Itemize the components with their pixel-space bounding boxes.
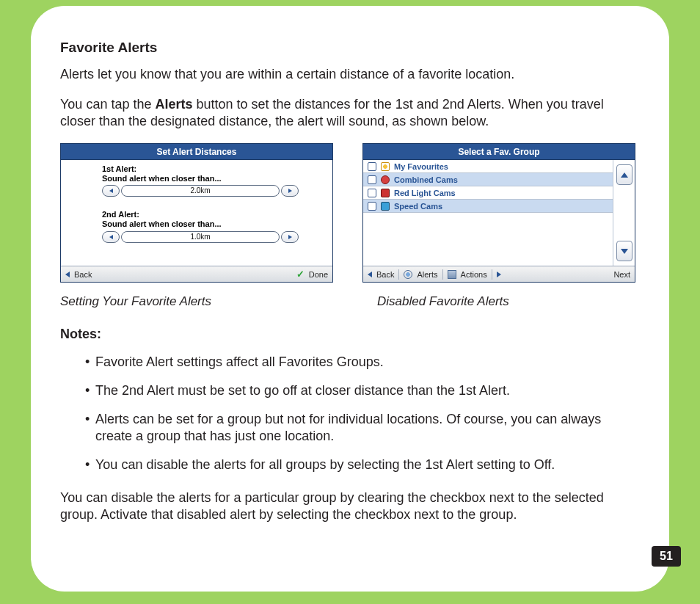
back-arrow-icon xyxy=(65,272,70,277)
arrow-right-icon xyxy=(288,189,292,193)
checkbox[interactable] xyxy=(368,189,376,197)
note-item: • Favorite Alert settings affect all Fav… xyxy=(85,354,640,371)
para2-bold: Alerts xyxy=(155,97,192,112)
device-frame: Select a Fav. Group My Favourites xyxy=(362,143,635,283)
star-icon xyxy=(381,162,390,171)
first-alert-label: 1st Alert: Sound alert when closer than.… xyxy=(102,164,299,183)
decrease-button[interactable] xyxy=(102,231,120,243)
window-body: My Favourites Combined Cams Red Light Ca xyxy=(363,160,635,266)
checkbox[interactable] xyxy=(368,202,376,211)
note-text: You can disable the alerts for all group… xyxy=(95,456,640,473)
section-title: Favorite Alerts xyxy=(60,40,640,56)
captions-row: Setting Your Favorite Alerts Disabled Fa… xyxy=(60,287,640,309)
body-wrap: My Favourites Combined Cams Red Light Ca xyxy=(363,160,635,266)
second-alert-section: 2nd Alert: Sound alert when closer than.… xyxy=(61,205,332,242)
note-text: Alerts can be set for a group but not fo… xyxy=(95,411,640,445)
note-item: • Alerts can be set for a group but not … xyxy=(85,411,640,445)
scroll-down-button[interactable] xyxy=(616,241,632,261)
checkmark-icon: ✓ xyxy=(296,269,305,280)
note-item: • You can disable the alerts for all gro… xyxy=(85,456,640,473)
paragraph-2: You can tap the Alerts button to set the… xyxy=(60,96,640,130)
device-frame: Set Alert Distances 1st Alert: Sound ale… xyxy=(60,143,333,283)
screenshot-set-alert-distances: Set Alert Distances 1st Alert: Sound ale… xyxy=(60,143,333,283)
increase-button[interactable] xyxy=(281,185,299,197)
checkbox[interactable] xyxy=(368,162,376,171)
back-button[interactable]: Back xyxy=(74,270,92,279)
caption-right: Disabled Favorite Alerts xyxy=(362,294,635,309)
item-label: Combined Cams xyxy=(394,175,458,184)
clapper-icon xyxy=(448,270,456,279)
next-arrow-icon xyxy=(497,272,501,277)
back-button[interactable]: Back xyxy=(376,270,394,279)
alert1-line2: Sound alert when closer than... xyxy=(102,174,222,183)
screenshot-select-fav-group: Select a Fav. Group My Favourites xyxy=(362,143,635,283)
note-text: Favorite Alert settings affect all Favor… xyxy=(95,354,640,371)
list-item[interactable]: Combined Cams xyxy=(363,173,613,186)
window-footer: Back Alerts Actions Next xyxy=(363,266,635,282)
decrease-button[interactable] xyxy=(102,185,120,197)
item-label: My Favourites xyxy=(394,162,448,171)
notes-heading: Notes: xyxy=(60,327,640,342)
second-alert-value[interactable]: 1.0km xyxy=(121,231,280,243)
alert2-line2: Sound alert when closer than... xyxy=(102,219,222,228)
next-button[interactable]: Next xyxy=(613,270,630,279)
second-alert-label: 2nd Alert: Sound alert when closer than.… xyxy=(102,210,299,228)
first-alert-value[interactable]: 2.0km xyxy=(121,185,280,197)
closing-paragraph: You can disable the alerts for a particu… xyxy=(60,490,640,523)
checkbox[interactable] xyxy=(368,175,376,184)
separator xyxy=(398,269,399,280)
item-label: Red Light Cams xyxy=(394,189,456,197)
window-titlebar: Set Alert Distances xyxy=(61,144,332,160)
arrow-left-icon xyxy=(109,189,113,193)
note-item: • The 2nd Alert must be set to go off at… xyxy=(85,382,640,399)
back-arrow-icon xyxy=(368,272,372,277)
favorites-list: My Favourites Combined Cams Red Light Ca xyxy=(363,160,613,266)
page-number: 51 xyxy=(652,546,681,567)
list-item[interactable]: Red Light Cams xyxy=(363,186,613,200)
window-body: 1st Alert: Sound alert when closer than.… xyxy=(61,160,332,266)
item-label: Speed Cams xyxy=(394,202,442,211)
list-item[interactable]: Speed Cams xyxy=(363,200,613,213)
notes-list: • Favorite Alert settings affect all Fav… xyxy=(60,354,640,473)
increase-button[interactable] xyxy=(281,231,299,243)
arrow-left-icon xyxy=(109,235,113,239)
note-text: The 2nd Alert must be set to go off at c… xyxy=(95,382,640,399)
red-circle-icon xyxy=(381,175,390,184)
alert1-line1: 1st Alert: xyxy=(102,164,136,173)
alerts-button[interactable]: Alerts xyxy=(417,270,437,279)
caption-left: Setting Your Favorite Alerts xyxy=(60,294,333,309)
para2-pre: You can tap the xyxy=(60,97,155,112)
speed-icon xyxy=(381,202,390,211)
separator xyxy=(442,269,443,280)
scroll-column xyxy=(613,160,635,266)
camera-icon xyxy=(381,189,390,197)
done-button[interactable]: Done xyxy=(309,270,328,279)
manual-page: Favorite Alerts Alerts let you know that… xyxy=(31,6,669,592)
actions-button[interactable]: Actions xyxy=(461,270,487,279)
scroll-up-button[interactable] xyxy=(616,164,632,185)
second-alert-stepper: 1.0km xyxy=(102,231,299,243)
alert2-line1: 2nd Alert: xyxy=(102,210,139,219)
window-footer: Back ✓ Done xyxy=(61,266,332,282)
intro-paragraph: Alerts let you know that you are within … xyxy=(60,66,640,83)
globe-icon xyxy=(404,270,412,279)
window-titlebar: Select a Fav. Group xyxy=(363,144,635,160)
separator xyxy=(492,269,492,280)
list-item[interactable]: My Favourites xyxy=(363,160,613,173)
first-alert-stepper: 2.0km xyxy=(102,185,299,197)
arrow-up-icon xyxy=(621,172,628,178)
screenshots-row: Set Alert Distances 1st Alert: Sound ale… xyxy=(60,143,640,283)
arrow-down-icon xyxy=(621,249,628,254)
first-alert-section: 1st Alert: Sound alert when closer than.… xyxy=(61,160,332,197)
arrow-right-icon xyxy=(288,235,292,239)
